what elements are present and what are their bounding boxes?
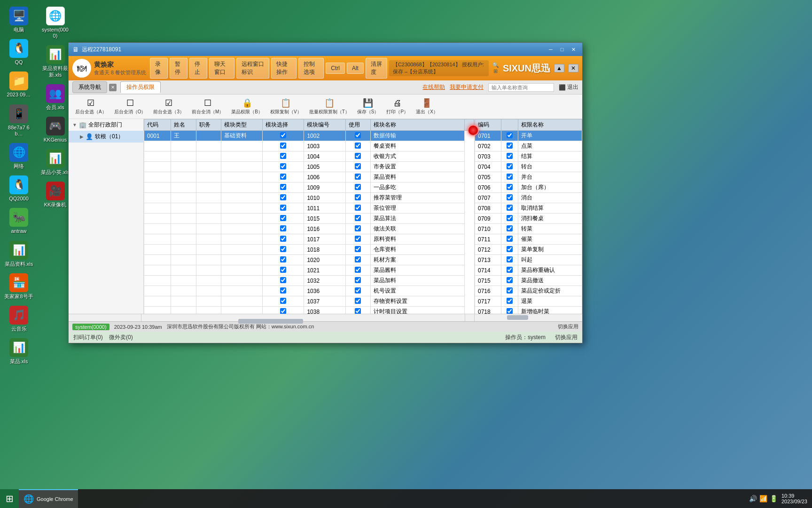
right-cell-use[interactable]	[501, 224, 518, 234]
desktop-icon-spreadsheet1[interactable]: 📊 菜品资料.xls	[2, 239, 35, 269]
cell-use[interactable]	[345, 183, 371, 193]
tree-item-root[interactable]: ▶ 👤 软根（01）	[69, 131, 143, 143]
module-search-input[interactable]	[488, 83, 554, 92]
header-btn-alt[interactable]: Alt	[347, 63, 364, 74]
tab-operator-permissions[interactable]: 操作员权限	[120, 81, 161, 93]
right-cell-use[interactable]	[501, 131, 518, 141]
cell-select[interactable]	[263, 245, 304, 255]
desktop-icon-network[interactable]: 🌐 网络	[2, 141, 35, 171]
cell-select[interactable]	[263, 214, 304, 224]
maximize-button[interactable]: □	[557, 45, 567, 54]
switch-app-button[interactable]: 切换应用	[558, 323, 578, 330]
header-close-btn[interactable]: ✕	[568, 64, 578, 72]
desktop-icon-meijiajia[interactable]: 🏪 美家家8号手	[2, 271, 35, 302]
desktop-icon-kkrecord[interactable]: 🎥 KK录像机	[39, 180, 72, 210]
btn-frontend-deselect-all[interactable]: ☐ 前台全消（M）	[189, 96, 226, 117]
desktop-icon-cloud-music[interactable]: 🎵 云音乐	[2, 304, 35, 334]
header-btn-control[interactable]: 控制选项	[298, 58, 324, 79]
cell-select[interactable]	[263, 162, 304, 172]
tree-item-all-dept[interactable]: ▼ 🏢 全部行政部门	[69, 119, 143, 131]
header-btn-pause[interactable]: 暂停	[170, 58, 187, 79]
desktop-icon-spreadsheet2[interactable]: 📊 菜品.xls	[2, 336, 35, 366]
cell-use[interactable]	[345, 307, 371, 314]
right-cell-use[interactable]	[501, 307, 518, 314]
header-btn-quick[interactable]: 快捷操作	[271, 58, 297, 79]
header-btn-remote[interactable]: 远程窗口标识	[236, 58, 269, 79]
right-cell-use[interactable]	[501, 245, 518, 255]
cell-use[interactable]	[345, 265, 371, 276]
logout-button[interactable]: ⬛ 退出	[559, 83, 578, 91]
right-cell-use[interactable]	[501, 296, 518, 307]
desktop-icon-computer[interactable]: 🖥️ 电脑	[2, 5, 35, 35]
header-btn-record[interactable]: 录像	[150, 58, 168, 79]
apply-link[interactable]: 我要申请支付	[450, 83, 484, 91]
cell-select[interactable]	[263, 224, 304, 234]
cell-use[interactable]	[345, 172, 371, 183]
right-cell-use[interactable]	[501, 172, 518, 183]
desktop-icon-fooddata[interactable]: 📊 菜品资料最新.xls	[39, 43, 72, 79]
desktop-icon-chrome[interactable]: 🌐 system(0000)	[39, 5, 72, 41]
cell-use[interactable]	[345, 245, 371, 255]
cell-select[interactable]	[263, 265, 304, 276]
header-btn-clear[interactable]: 清屏度	[366, 58, 387, 79]
btn-save[interactable]: 💾 保存（S）	[354, 96, 382, 117]
cell-use[interactable]	[345, 141, 371, 151]
btn-exit[interactable]: 🚪 退出（X）	[413, 96, 441, 117]
taskbar-item-chrome[interactable]: 🌐 Google Chrome	[19, 489, 78, 508]
cell-select[interactable]	[263, 255, 304, 265]
cell-select[interactable]	[263, 172, 304, 183]
cell-select[interactable]	[263, 141, 304, 151]
btn-dish-permissions[interactable]: 🔒 菜品权限（B）	[228, 96, 265, 117]
minimize-button[interactable]: ─	[546, 45, 556, 54]
cell-select[interactable]	[263, 203, 304, 214]
desktop-icon-qq2000[interactable]: 🐧 QQ2000	[2, 174, 35, 204]
right-cell-use[interactable]	[501, 286, 518, 296]
cell-use[interactable]	[345, 193, 371, 203]
right-cell-use[interactable]	[501, 203, 518, 214]
close-button[interactable]: ✕	[568, 45, 578, 54]
right-cell-use[interactable]	[501, 214, 518, 224]
header-btn-ctrl[interactable]: Ctrl	[326, 63, 345, 74]
cell-use[interactable]	[345, 234, 371, 245]
cell-use[interactable]	[345, 286, 371, 296]
cell-use[interactable]	[345, 224, 371, 234]
desktop-icon-vip[interactable]: 👥 会员.xls	[39, 82, 72, 112]
btn-batch-copy-permissions[interactable]: 📋 批量权限算制（T）	[306, 96, 352, 117]
right-cell-use[interactable]	[501, 141, 518, 151]
right-cell-use[interactable]	[501, 162, 518, 172]
cell-use[interactable]	[345, 151, 371, 162]
online-help-link[interactable]: 在线帮助	[422, 83, 445, 91]
cell-use[interactable]	[345, 214, 371, 224]
right-cell-use[interactable]	[501, 276, 518, 286]
btn-frontend-select-all[interactable]: ☑ 前台全选（3）	[150, 96, 187, 117]
cell-use[interactable]	[345, 131, 371, 141]
tab-close-icon[interactable]: ✕	[109, 84, 117, 91]
scrollbar-area[interactable]	[69, 314, 582, 321]
cell-select[interactable]	[263, 131, 304, 141]
cell-select[interactable]	[263, 296, 304, 307]
right-cell-use[interactable]	[501, 183, 518, 193]
tab-system-nav[interactable]: 系统导航	[72, 81, 107, 93]
cell-select[interactable]	[263, 183, 304, 193]
cell-use[interactable]	[345, 255, 371, 265]
cell-use[interactable]	[345, 203, 371, 214]
cell-use[interactable]	[345, 276, 371, 286]
cell-select[interactable]	[263, 234, 304, 245]
cell-select[interactable]	[263, 151, 304, 162]
desktop-icon-kkgenius[interactable]: 🎮 KKGenius	[39, 115, 72, 145]
main-table-area[interactable]: 代码 姓名 职务 模块类型 模块选择 模块编号 使用 模块名称 0001	[144, 119, 474, 314]
header-btn-chat[interactable]: 聊天窗口	[209, 58, 234, 79]
right-cell-use[interactable]	[501, 193, 518, 203]
cell-select[interactable]	[263, 286, 304, 296]
desktop-icon-ant[interactable]: 🐜 antraw	[2, 206, 35, 236]
right-cell-use[interactable]	[501, 265, 518, 276]
cell-use[interactable]	[345, 162, 371, 172]
cell-select[interactable]	[263, 193, 304, 203]
cell-select[interactable]	[263, 307, 304, 314]
desktop-icon-folder[interactable]: 📁 2023 09…	[2, 70, 35, 100]
desktop-icon-xiaopin[interactable]: 📊 菜品小英.xls	[39, 147, 72, 177]
btn-print[interactable]: 🖨 打印（P）	[383, 97, 411, 117]
btn-copy-permissions[interactable]: 📋 权限复制（V）	[267, 96, 304, 117]
bottom-switch-app[interactable]: 切换应用	[555, 333, 578, 341]
right-cell-use[interactable]	[501, 234, 518, 245]
